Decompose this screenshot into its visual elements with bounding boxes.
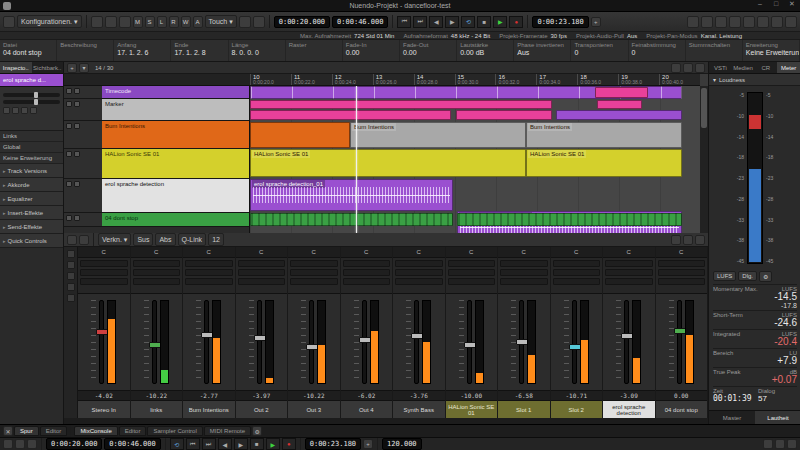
marker-event[interactable] bbox=[595, 87, 648, 98]
volume-slider[interactable] bbox=[3, 93, 60, 97]
channel-level-value[interactable]: -6.02 bbox=[341, 390, 393, 400]
inspector-section[interactable]: ▸ Track Versions bbox=[0, 164, 63, 178]
mixer-channel-strip[interactable]: C -3.97 Out 2 bbox=[236, 247, 289, 418]
infoline-field[interactable]: Beschreibung bbox=[57, 40, 114, 61]
channel-level-value[interactable]: -4.02 bbox=[78, 390, 130, 400]
maximize-button[interactable]: □ bbox=[770, 0, 782, 8]
audio-clip[interactable] bbox=[457, 213, 682, 226]
tab-meter[interactable]: Meter bbox=[777, 62, 800, 73]
channel-level-value[interactable]: -3.09 bbox=[603, 390, 655, 400]
mixer-notes-icon[interactable] bbox=[67, 294, 75, 302]
minimize-button[interactable]: – bbox=[754, 0, 766, 8]
ruler-cell[interactable]: 13 0:00:26.0 bbox=[373, 74, 414, 85]
mixer-redo-icon[interactable] bbox=[79, 235, 89, 245]
tab-master[interactable]: Master bbox=[709, 411, 755, 424]
mixer-channel-strip[interactable]: C -10.00 HALion Sonic SE 01 bbox=[446, 247, 499, 418]
send-slot[interactable] bbox=[448, 269, 496, 276]
mute-button[interactable] bbox=[66, 215, 72, 221]
go-to-end-button[interactable]: ⏭ bbox=[413, 16, 427, 28]
record-button[interactable]: ● bbox=[509, 16, 523, 28]
track-name[interactable]: erol sprache detection bbox=[102, 179, 249, 212]
mixer-pictures-icon[interactable] bbox=[67, 283, 75, 291]
send-slot[interactable] bbox=[605, 269, 653, 276]
mixer-channel-strip[interactable]: C -3.09 erol sprache detection bbox=[603, 247, 656, 418]
tab-visibility[interactable]: Sichtbark.. bbox=[32, 62, 64, 73]
infoline-value[interactable]: 17. 1. 2. 8 bbox=[174, 49, 224, 56]
marker-event[interactable] bbox=[597, 100, 642, 109]
infoline-value[interactable]: 17. 1. 2. 6 bbox=[117, 49, 167, 56]
channel-rack-slots[interactable] bbox=[341, 258, 393, 294]
insert-slot[interactable] bbox=[290, 260, 338, 267]
mixer-views-icon[interactable] bbox=[671, 235, 681, 245]
volume-fader[interactable] bbox=[677, 300, 682, 384]
lower-zone-settings-icon[interactable]: ⚙ bbox=[252, 426, 262, 436]
go-to-start-button[interactable]: ⏮ bbox=[186, 438, 200, 450]
ruler-cell[interactable]: 17 0:00:34.0 bbox=[536, 74, 577, 85]
inspector-section[interactable]: ▸ Akkorde bbox=[0, 178, 63, 192]
track-list-row[interactable]: Timecode bbox=[64, 86, 249, 99]
object-select-icon[interactable] bbox=[91, 16, 103, 28]
mixer-channel-strip[interactable]: C -4.02 Stereo In bbox=[78, 247, 131, 418]
channel-name[interactable]: Out 3 bbox=[288, 400, 340, 418]
ruler-cell[interactable]: 20 0:00:40.0 bbox=[659, 74, 700, 85]
routing-slot[interactable] bbox=[80, 278, 128, 285]
track-list-row[interactable]: HALion Sonic SE 01 bbox=[64, 149, 249, 179]
track-name[interactable]: 04 dont stop bbox=[102, 213, 249, 226]
channel-name[interactable]: Stereo In bbox=[78, 400, 130, 418]
pan-control[interactable]: C bbox=[183, 247, 235, 258]
send-slot[interactable] bbox=[185, 269, 233, 276]
send-slot[interactable] bbox=[80, 269, 128, 276]
inspector-section[interactable]: ▸ Send-Effekte bbox=[0, 220, 63, 234]
volume-fader[interactable] bbox=[309, 300, 314, 384]
channel-name[interactable]: Bum Intentions bbox=[183, 400, 235, 418]
track-filter-icon[interactable]: ▾ bbox=[79, 63, 89, 73]
auto-scroll-icon[interactable] bbox=[239, 16, 251, 28]
pan-control[interactable]: C bbox=[446, 247, 498, 258]
close-lower-zone-icon[interactable]: ✕ bbox=[3, 426, 13, 436]
insert-slot[interactable] bbox=[185, 260, 233, 267]
channel-rack-slots[interactable] bbox=[498, 258, 550, 294]
volume-fader[interactable] bbox=[467, 300, 472, 384]
link-group-dropdown[interactable]: Verkn. ▾ bbox=[98, 233, 131, 246]
channel-level-value[interactable]: -10.71 bbox=[551, 390, 603, 400]
routing-slot[interactable] bbox=[395, 278, 443, 285]
channel-rack-slots[interactable] bbox=[551, 258, 603, 294]
mixer-history-icon[interactable] bbox=[67, 272, 75, 280]
scrollbar-thumb[interactable] bbox=[701, 88, 707, 128]
infoline-value[interactable]: 0.00 bbox=[403, 49, 453, 56]
infoline-field[interactable]: Datei 04 dont stop bbox=[0, 40, 57, 61]
volume-fader[interactable] bbox=[99, 300, 104, 384]
infoline-field[interactable]: Feinabstimmung 0 bbox=[629, 40, 686, 61]
solo-button[interactable] bbox=[74, 101, 80, 107]
main-time-display[interactable]: 0:00:23.180 bbox=[305, 438, 361, 450]
tab-loudness[interactable]: Lautheit bbox=[755, 411, 800, 424]
track-list-row[interactable]: 04 dont stop bbox=[64, 213, 249, 227]
tab-editor[interactable]: Editor bbox=[119, 426, 147, 436]
ruler-cell[interactable]: 10 0:00:20.0 bbox=[250, 74, 291, 85]
solo-button[interactable] bbox=[74, 123, 80, 129]
infoline-value[interactable]: 8. 0. 0. 0 bbox=[232, 49, 282, 56]
marker-event[interactable] bbox=[250, 100, 552, 109]
infoline-value[interactable]: 0 bbox=[574, 49, 624, 56]
right-locator-display[interactable]: 0:00:46.000 bbox=[332, 16, 388, 28]
automation-mode-dropdown[interactable]: Touch ▾ bbox=[205, 15, 237, 28]
mixer-channel-strip[interactable]: C -10.71 Slot 2 bbox=[551, 247, 604, 418]
ruler-mode-icon[interactable] bbox=[683, 63, 693, 73]
rewind-button[interactable]: ◀ bbox=[218, 438, 232, 450]
ruler-cell[interactable]: 14 0:00:28.0 bbox=[414, 74, 455, 85]
tab-inspector[interactable]: Inspecto.. bbox=[0, 62, 32, 73]
activity-icon[interactable] bbox=[3, 16, 15, 28]
channel-level-value[interactable]: -3.97 bbox=[236, 390, 288, 400]
send-slot[interactable] bbox=[553, 269, 601, 276]
abs-button[interactable]: Abs bbox=[155, 233, 175, 246]
pan-control[interactable]: C bbox=[236, 247, 288, 258]
automation-state-button[interactable]: R bbox=[169, 16, 179, 28]
playhead-cursor[interactable] bbox=[356, 86, 357, 233]
ruler-cell[interactable]: 15 0:00:30.0 bbox=[455, 74, 496, 85]
tab-sampler-control[interactable]: Sampler Control bbox=[147, 426, 202, 436]
send-slot[interactable] bbox=[658, 269, 706, 276]
send-slot[interactable] bbox=[238, 269, 286, 276]
mute-button[interactable] bbox=[66, 101, 72, 107]
insert-slot[interactable] bbox=[395, 260, 443, 267]
automation-state-button[interactable]: A bbox=[193, 16, 203, 28]
